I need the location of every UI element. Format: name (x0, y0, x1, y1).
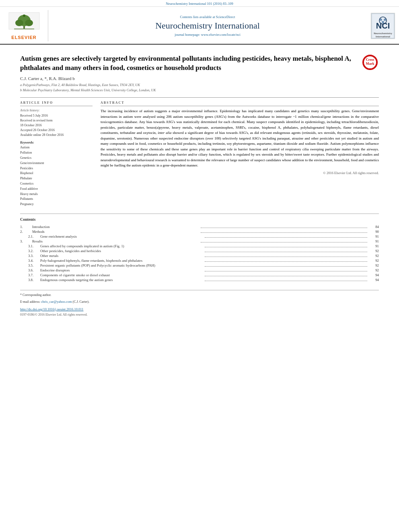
toc-gene-enrichment: 2.1. Gene enrichment analysis 91 (20, 234, 379, 238)
contents-title: Contents (20, 217, 379, 222)
toc-dots-21 (205, 237, 368, 238)
svg-point-5 (23, 14, 25, 17)
journal-homepage: journal homepage: www.elsevier.com/locat… (175, 33, 241, 37)
history-label: Article history: (20, 109, 93, 112)
corresponding-text: * Corresponding author. (20, 293, 51, 297)
toc-label-36: Endocrine disruptors (40, 268, 203, 272)
toc-label-31: Genes affected by compounds implicated i… (40, 244, 203, 248)
keyword-bisphenol: Bisphenol (20, 171, 93, 176)
authors-text: C.J. Carter a, *, R.A. Blizard b (20, 76, 75, 81)
contents-text: Contents lists available at (180, 15, 215, 19)
toc-dots-34 (205, 261, 368, 262)
toc-dots-35 (205, 266, 368, 267)
toc-dots-33 (205, 257, 368, 257)
available-date: Available online 28 October 2016 (20, 133, 93, 138)
article-title-block: Autism genes are selectively targeted by… (20, 54, 379, 73)
toc-num-38: 3.8. (28, 278, 40, 282)
keyword-pollutants: Pollutants (20, 197, 93, 202)
elsevier-logo-block: ELSEVIER (0, 10, 48, 41)
toc-page-1: 84 (369, 225, 379, 229)
contents-section: Contents 1. Introduction 84 2. Methods 9… (20, 214, 379, 282)
toc-label-21: Gene enrichment analysis (40, 234, 203, 238)
email-note-text: (C.J. Carter). (73, 300, 90, 304)
toc-label-35: Persistent organic pollutants (POP) and … (40, 263, 203, 267)
toc-dots-32 (205, 252, 368, 252)
main-content: Autism genes are selectively targeted by… (0, 45, 399, 321)
toc-num-32: 3.2. (28, 249, 40, 253)
keyword-heavy-metals: Heavy metals (20, 192, 93, 197)
email-link[interactable]: chris_car@yahoo.com (41, 300, 72, 304)
toc-num-36: 3.6. (28, 268, 40, 272)
toc-page-35: 92 (369, 263, 379, 267)
article-history-block: Article history: Received 5 July 2016 Re… (20, 109, 93, 138)
email-note: E-mail address: chris_car@yahoo.com (C.J… (20, 299, 379, 304)
toc-dots-1 (201, 228, 368, 228)
keyword-pollution: Pollution (20, 150, 93, 156)
keyword-pregnancy: Pregnancy (20, 202, 93, 207)
accepted-date: Accepted 26 October 2016 (20, 128, 93, 133)
contents-line: Contents lists available at ScienceDirec… (180, 15, 235, 19)
keyword-autism: Autism (20, 145, 93, 150)
toc-num-1: 1. (20, 225, 32, 229)
toc-32: 3.2. Other pesticides, fungicides and he… (20, 249, 379, 253)
nci-logo-icon: NCI Neurochemistry International (371, 13, 395, 39)
svg-point-13 (384, 18, 386, 21)
toc-label-methods: Methods (32, 230, 199, 234)
toc-dots-3 (201, 242, 368, 242)
divider-1 (20, 97, 379, 98)
svg-point-14 (382, 21, 384, 23)
toc-page-3: 91 (369, 239, 379, 243)
affiliations: a PolygenicPathways, Flat 2, 40 Baldslow… (20, 82, 379, 93)
svg-text:International: International (376, 35, 390, 38)
toc-results: 3. Results 91 (20, 239, 379, 243)
toc-methods: 2. Methods 90 (20, 230, 379, 234)
toc-38: 3.8. Endogenous compounds targeting the … (20, 278, 379, 282)
svg-point-12 (380, 18, 382, 21)
abstract-body: The increasing incidence of autism sugge… (101, 109, 379, 167)
toc-page-31: 91 (369, 244, 379, 248)
crossmark-icon: Cross Mark (362, 55, 378, 70)
toc-35: 3.5. Persistent organic pollutants (POP)… (20, 263, 379, 267)
crossmark-badge[interactable]: Cross Mark (361, 54, 379, 70)
sciencedirect-link[interactable]: ScienceDirect (216, 15, 235, 19)
keyword-pesticides: Pesticides (20, 166, 93, 171)
abstract-text: The increasing incidence of autism sugge… (101, 109, 379, 168)
toc-introduction: 1. Introduction 84 (20, 225, 379, 229)
svg-point-4 (25, 20, 33, 26)
keyword-food-additive: Food additive (20, 187, 93, 192)
received-revised-label: Received in revised form (20, 118, 93, 123)
abstract-header: Abstract (101, 101, 379, 106)
doi-link[interactable]: http://dx.doi.org/10.1016/j.neuint.2016.… (20, 307, 84, 311)
homepage-link[interactable]: www.elsevier.com/locate/nci (201, 33, 241, 37)
toc-label-38: Endogenous compounds targeting the autis… (40, 278, 203, 282)
toc-dots-38 (205, 281, 368, 281)
elsevier-brand-text: ELSEVIER (11, 35, 36, 40)
toc-num-31: 3.1. (28, 244, 40, 248)
right-column: Abstract The increasing incidence of aut… (101, 101, 379, 207)
homepage-label: journal homepage: (175, 33, 200, 37)
left-column: Article Info Article history: Received 5… (20, 101, 93, 207)
keyword-cosmetics: Cosmetics (20, 181, 93, 187)
toc-page-2: 90 (369, 230, 379, 234)
keywords-block: Keywords: Autism Pollution Genetics Gene… (20, 141, 93, 207)
toc-page-37: 94 (369, 273, 379, 277)
keyword-gene-environment: Gene/environment (20, 161, 93, 166)
top-bar: Neurochemistry International 101 (2016) … (0, 0, 399, 7)
nci-box: NCI Neurochemistry International (371, 13, 395, 39)
toc-page-34: 92 (369, 259, 379, 263)
toc-dots-2 (201, 232, 368, 233)
toc-num-3: 3. (20, 239, 32, 243)
toc-num-37: 3.7. (28, 273, 40, 277)
toc-page-36: 92 (369, 268, 379, 272)
toc-36: 3.6. Endocrine disruptors 92 (20, 268, 379, 272)
toc-page-21: 91 (369, 234, 379, 238)
email-label: E-mail address: (20, 300, 40, 304)
received-date: Received 5 July 2016 (20, 113, 93, 118)
toc-num-34: 3.4. (28, 259, 40, 263)
toc-31: 3.1. Genes affected by compounds implica… (20, 244, 379, 248)
keyword-genetics: Genetics (20, 156, 93, 161)
svg-point-3 (15, 20, 23, 26)
elsevier-tree-icon (8, 12, 40, 34)
journal-title: Neurochemistry International (155, 21, 260, 31)
toc-label-37: Components of cigarette smoke or diesel … (40, 273, 203, 277)
